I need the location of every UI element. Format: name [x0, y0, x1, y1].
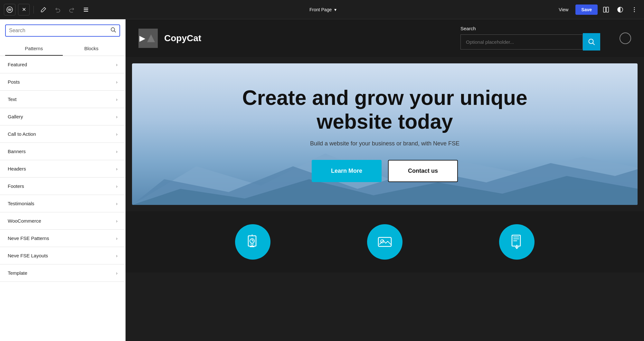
sidebar-item-neve-fse-patterns[interactable]: Neve FSE Patterns › [0, 230, 125, 247]
circle-menu-icon[interactable] [620, 32, 631, 44]
search-icon [110, 27, 116, 34]
site-search-button[interactable] [583, 33, 600, 51]
view-button[interactable]: View [554, 5, 573, 14]
site-header: CopyCat Search [126, 19, 644, 57]
icon-circle-2 [367, 224, 402, 260]
wp-logo-button[interactable]: W [4, 4, 15, 15]
icons-section [126, 211, 644, 272]
hero-section: Create and grow your unique website toda… [132, 63, 638, 205]
sidebar-item-gallery[interactable]: Gallery › [0, 108, 125, 125]
svg-point-8 [634, 7, 635, 8]
search-input-wrapper[interactable] [5, 24, 120, 37]
sidebar-item-label: Gallery [8, 114, 23, 119]
sidebar-item-label: Neve FSE Layouts [8, 253, 48, 258]
site-search-input[interactable] [460, 34, 583, 50]
chevron-right-icon: › [116, 236, 118, 241]
learn-more-button[interactable]: Learn More [312, 160, 382, 182]
chevron-right-icon: › [116, 149, 118, 154]
site-header-search: Search [460, 26, 600, 51]
sidebar-item-headers[interactable]: Headers › [0, 160, 125, 178]
site-title: CopyCat [164, 33, 201, 43]
search-row [460, 33, 600, 51]
contact-us-button[interactable]: Contact us [388, 160, 458, 182]
close-button[interactable]: ✕ [18, 4, 30, 15]
chevron-right-icon: › [116, 253, 118, 258]
chevron-right-icon: › [116, 201, 118, 206]
sidebar-item-label: Call to Action [8, 131, 36, 137]
svg-rect-3 [84, 9, 88, 10]
tab-patterns-label: Patterns [25, 46, 43, 51]
chevron-right-icon: › [116, 79, 118, 85]
svg-rect-6 [606, 7, 609, 12]
svg-line-16 [593, 43, 595, 45]
sidebar-item-testimonials[interactable]: Testimonials › [0, 195, 125, 212]
sidebar-search-area [0, 19, 125, 42]
toolbar-right: View Save [554, 4, 640, 15]
redo-button[interactable] [66, 4, 78, 15]
svg-rect-30 [513, 240, 517, 241]
sidebar-item-banners[interactable]: Banners › [0, 143, 125, 160]
tab-patterns[interactable]: Patterns [5, 42, 63, 56]
save-button[interactable]: Save [575, 5, 598, 15]
chevron-right-icon: › [116, 271, 118, 276]
sidebar-item-label: Template [8, 270, 27, 276]
chevron-right-icon: › [116, 166, 118, 171]
hero-heading: Create and grow your unique website toda… [240, 86, 530, 134]
content-area: CopyCat Search [126, 19, 644, 341]
tab-blocks[interactable]: Blocks [63, 42, 120, 56]
sidebar-item-label: Posts [8, 79, 20, 85]
sidebar-tabs: Patterns Blocks [0, 42, 125, 56]
dropdown-chevron: ▾ [334, 7, 336, 12]
toolbar-center: Front Page ▾ [94, 5, 552, 14]
toolbar: W ✕ Front Page ▾ View Save [0, 0, 644, 19]
sidebar-item-neve-fse-layouts[interactable]: Neve FSE Layouts › [0, 247, 125, 264]
sidebar-item-label: Neve FSE Patterns [8, 235, 49, 241]
edit-icon[interactable] [38, 4, 49, 15]
svg-point-10 [634, 11, 635, 12]
svg-line-12 [114, 31, 116, 32]
svg-text:W: W [8, 8, 11, 12]
chevron-right-icon: › [116, 97, 118, 102]
chevron-right-icon: › [116, 62, 118, 67]
sidebar-item-label: Testimonials [8, 201, 34, 206]
sidebar-item-featured[interactable]: Featured › [0, 56, 125, 73]
sidebar-item-label: Featured [8, 62, 27, 67]
svg-rect-2 [84, 8, 88, 8]
list-view-icon[interactable] [80, 4, 92, 15]
search-label: Search [460, 26, 600, 31]
hero-content: Create and grow your unique website toda… [227, 67, 543, 201]
page-title-text: Front Page [309, 7, 332, 12]
hero-buttons: Learn More Contact us [240, 160, 530, 182]
svg-marker-14 [147, 34, 155, 42]
contrast-toggle-icon[interactable] [614, 4, 626, 15]
tab-blocks-label: Blocks [84, 46, 99, 51]
chevron-right-icon: › [116, 132, 118, 137]
layout-toggle-icon[interactable] [600, 4, 612, 15]
sidebar-item-posts[interactable]: Posts › [0, 73, 125, 91]
svg-rect-28 [513, 236, 519, 237]
svg-point-9 [634, 9, 635, 10]
search-input[interactable] [9, 28, 108, 33]
svg-rect-5 [603, 7, 606, 12]
sidebar-item-label: WooCommerce [8, 218, 41, 224]
sidebar-item-label: Footers [8, 183, 24, 189]
sidebar-item-template[interactable]: Template › [0, 264, 125, 282]
page-title-dropdown[interactable]: Front Page ▾ [306, 5, 340, 14]
sidebar-item-footers[interactable]: Footers › [0, 178, 125, 195]
sidebar-item-label: Banners [8, 149, 26, 154]
chevron-right-icon: › [116, 218, 118, 224]
icon-circle-3 [499, 224, 535, 260]
sidebar-item-text[interactable]: Text › [0, 91, 125, 108]
sidebar-item-label: Headers [8, 166, 26, 171]
undo-button[interactable] [52, 4, 63, 15]
svg-rect-29 [513, 238, 519, 239]
main-layout: Patterns Blocks Featured › Posts › Text … [0, 19, 644, 341]
svg-rect-4 [84, 11, 88, 12]
chevron-right-icon: › [116, 184, 118, 189]
site-logo [138, 29, 158, 48]
options-menu-icon[interactable] [629, 4, 640, 15]
sidebar-item-cta[interactable]: Call to Action › [0, 125, 125, 143]
chevron-right-icon: › [116, 114, 118, 119]
sidebar-item-woocommerce[interactable]: WooCommerce › [0, 212, 125, 230]
sidebar: Patterns Blocks Featured › Posts › Text … [0, 19, 126, 341]
